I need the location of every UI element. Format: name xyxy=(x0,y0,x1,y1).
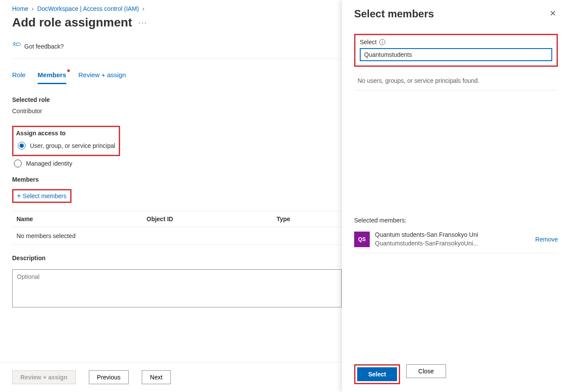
members-label: Members xyxy=(12,176,342,183)
selected-member-row: QS Quantum students-San Fransokyo Uni Qu… xyxy=(354,231,558,253)
description-textarea[interactable] xyxy=(12,269,342,307)
tab-members[interactable]: Members xyxy=(38,69,66,84)
member-subtitle: Quantumstudents-SanFransokyoUni... xyxy=(375,239,530,248)
radio-user-label: User, group, or service principal xyxy=(30,142,115,149)
select-button[interactable]: Select xyxy=(357,367,397,381)
tab-members-label: Members xyxy=(38,71,66,78)
feedback-button[interactable]: Got feedback? xyxy=(12,42,342,59)
radio-mi-label: Managed identity xyxy=(26,160,72,167)
dirty-indicator-icon xyxy=(67,69,70,72)
avatar: QS xyxy=(354,232,370,247)
plus-icon: + xyxy=(17,193,21,199)
radio-user-group-sp[interactable]: User, group, or service principal xyxy=(16,142,115,150)
feedback-label: Got feedback? xyxy=(24,43,64,50)
radio-icon xyxy=(14,160,22,167)
selected-role-label: Selected role xyxy=(12,96,342,103)
no-results-message: No users, groups, or service principals … xyxy=(356,75,556,91)
breadcrumb-sep-icon: › xyxy=(142,5,144,12)
feedback-icon xyxy=(12,42,21,51)
breadcrumb: Home › DocWorkspace | Access control (IA… xyxy=(12,5,342,12)
col-name: Name xyxy=(12,216,147,222)
members-table-header: Name Object ID Type xyxy=(12,211,342,227)
tabs: Role Members Review + assign xyxy=(12,69,342,84)
review-assign-button[interactable]: Review + assign xyxy=(12,370,76,384)
radio-icon xyxy=(18,142,26,150)
page-title: Add role assignment xyxy=(12,16,132,29)
next-button[interactable]: Next xyxy=(142,370,171,384)
select-members-panel: Select members ✕ Select i No users, grou… xyxy=(342,0,570,392)
member-name: Quantum students-San Fransokyo Uni xyxy=(375,231,530,239)
avatar-initials: QS xyxy=(358,236,365,242)
svg-point-0 xyxy=(13,42,15,44)
select-members-link[interactable]: + Select members xyxy=(17,193,67,199)
close-button[interactable]: Close xyxy=(406,364,446,378)
members-table-empty: No members selected xyxy=(12,227,342,245)
highlight-select-members: + Select members xyxy=(12,189,72,203)
breadcrumb-home[interactable]: Home xyxy=(12,5,28,12)
description-label: Description xyxy=(12,255,342,261)
radio-managed-identity[interactable]: Managed identity xyxy=(12,160,342,167)
highlight-select-button: Select xyxy=(354,364,400,384)
panel-footer: Select Close xyxy=(342,356,570,392)
search-input[interactable] xyxy=(360,48,552,61)
panel-title: Select members xyxy=(354,8,434,20)
info-icon[interactable]: i xyxy=(379,39,385,45)
selected-role-value: Contributor xyxy=(12,108,342,114)
highlight-assign-access: Assign access to User, group, or service… xyxy=(12,126,120,156)
breadcrumb-sep-icon: › xyxy=(32,5,34,12)
selected-members-label: Selected members: xyxy=(354,217,558,224)
tab-review-assign[interactable]: Review + assign xyxy=(78,69,126,84)
close-icon[interactable]: ✕ xyxy=(548,8,558,19)
tab-role[interactable]: Role xyxy=(12,69,26,84)
page-menu-icon[interactable]: ··· xyxy=(138,18,147,27)
breadcrumb-link[interactable]: DocWorkspace | Access control (IAM) xyxy=(37,5,139,12)
previous-button[interactable]: Previous xyxy=(89,370,129,384)
remove-member-link[interactable]: Remove xyxy=(535,236,558,243)
col-objectid: Object ID xyxy=(147,216,277,222)
assign-access-label: Assign access to xyxy=(16,130,115,137)
select-field-label: Select i xyxy=(360,39,552,46)
col-type: Type xyxy=(277,216,342,222)
highlight-select-input: Select i xyxy=(354,34,558,67)
select-members-link-label: Select members xyxy=(23,193,66,199)
footer: Review + assign Previous Next xyxy=(0,362,342,392)
select-label-text: Select xyxy=(360,39,377,46)
